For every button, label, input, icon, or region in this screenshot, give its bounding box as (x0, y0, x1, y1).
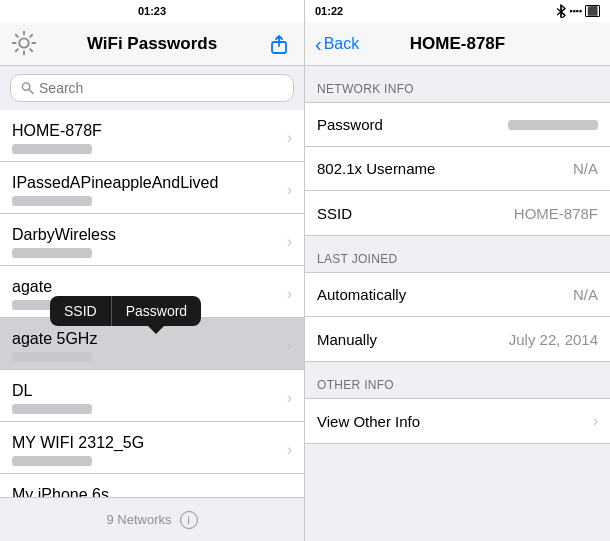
chevron-right-icon: › (287, 337, 292, 355)
detail-row-802: 802.1x Username N/A (305, 147, 610, 191)
info-icon[interactable]: i (180, 511, 198, 529)
bluetooth-icon (556, 4, 566, 18)
detail-row-manually: Manually July 22, 2014 (305, 317, 610, 361)
manually-value: July 22, 2014 (509, 331, 598, 348)
detail-row-automatically: Automatically N/A (305, 273, 610, 317)
list-item[interactable]: DL › (0, 370, 304, 422)
list-item[interactable]: IPassedAPineappleAndLived › (0, 162, 304, 214)
automatically-label: Automatically (317, 286, 406, 303)
list-item[interactable]: MY WIFI 2312_5G › (0, 422, 304, 474)
chevron-right-icon: › (287, 285, 292, 303)
chevron-right-icon: › (287, 493, 292, 498)
list-item[interactable]: My iPhone 6s › (0, 474, 304, 497)
detail-section-last-joined: Automatically N/A Manually July 22, 2014 (305, 272, 610, 362)
context-tooltip: SSID Password (50, 296, 201, 334)
left-panel: 01:23 WiFi Passwords (0, 0, 305, 541)
status-bar-right: 01:22 ▪▪▪▪ ⬛ (305, 0, 610, 22)
back-chevron-icon: ‹ (315, 34, 322, 54)
password-value-bar (508, 120, 598, 130)
right-panel: 01:22 ▪▪▪▪ ⬛ ‹ Back HOME-878F NETWORK IN… (305, 0, 610, 541)
search-input[interactable] (39, 80, 283, 96)
nav-title-left: WiFi Passwords (87, 34, 217, 54)
password-bar (12, 352, 92, 362)
time-left: 01:23 (138, 5, 166, 17)
view-other-info-row[interactable]: View Other Info › (305, 399, 610, 443)
view-other-info-label: View Other Info (317, 413, 420, 430)
svg-point-2 (22, 83, 29, 90)
detail-row-password: Password (305, 103, 610, 147)
network-count-label: 9 Networks (106, 512, 171, 527)
section-header-other-info: OTHER INFO (305, 362, 610, 398)
tooltip-arrow (148, 326, 164, 334)
status-bar-left: 01:23 (0, 0, 304, 22)
manually-label: Manually (317, 331, 377, 348)
chevron-right-icon: › (287, 389, 292, 407)
battery-level: ⬛ (585, 5, 600, 17)
list-item[interactable]: HOME-878F › (0, 110, 304, 162)
ssid-value: HOME-878F (514, 205, 598, 222)
password-bar (12, 456, 92, 466)
time-right: 01:22 (315, 5, 343, 17)
nav-bar-right: ‹ Back HOME-878F (305, 22, 610, 66)
802-value: N/A (573, 160, 598, 177)
automatically-value: N/A (573, 286, 598, 303)
search-input-wrap[interactable] (10, 74, 294, 102)
section-header-last-joined: LAST JOINED (305, 236, 610, 272)
list-item[interactable]: agate › SSID Password (0, 266, 304, 318)
detail-row-ssid: SSID HOME-878F (305, 191, 610, 235)
nav-bar-left: WiFi Passwords (0, 22, 304, 66)
status-icons: ▪▪▪▪ ⬛ (556, 4, 600, 18)
network-list: HOME-878F › IPassedAPineappleAndLived › … (0, 110, 304, 497)
section-header-network-info: NETWORK INFO (305, 66, 610, 102)
password-bar (12, 404, 92, 414)
detail-content: NETWORK INFO Password 802.1x Username N/… (305, 66, 610, 541)
nav-title-right: HOME-878F (410, 34, 505, 54)
password-bar (12, 248, 92, 258)
back-label: Back (324, 35, 360, 53)
search-bar (0, 66, 304, 110)
ssid-label: SSID (317, 205, 352, 222)
chevron-right-icon: › (287, 441, 292, 459)
svg-line-3 (29, 90, 33, 94)
signal-strength: ▪▪▪▪ (569, 6, 582, 16)
share-icon[interactable] (264, 29, 294, 59)
list-footer: 9 Networks i (0, 497, 304, 541)
chevron-right-icon: › (593, 412, 598, 430)
detail-section-network-info: Password 802.1x Username N/A SSID HOME-8… (305, 102, 610, 236)
802-label: 802.1x Username (317, 160, 435, 177)
settings-icon[interactable] (10, 29, 40, 59)
svg-point-0 (19, 38, 28, 47)
tooltip-password-button[interactable]: Password (112, 296, 201, 326)
tooltip-ssid-button[interactable]: SSID (50, 296, 112, 326)
password-bar (12, 196, 92, 206)
chevron-right-icon: › (287, 233, 292, 251)
list-item[interactable]: DarbyWireless › (0, 214, 304, 266)
search-icon (21, 81, 34, 95)
back-button[interactable]: ‹ Back (315, 34, 359, 54)
detail-section-other-info: View Other Info › (305, 398, 610, 444)
chevron-right-icon: › (287, 129, 292, 147)
password-bar (12, 144, 92, 154)
chevron-right-icon: › (287, 181, 292, 199)
password-label: Password (317, 116, 383, 133)
